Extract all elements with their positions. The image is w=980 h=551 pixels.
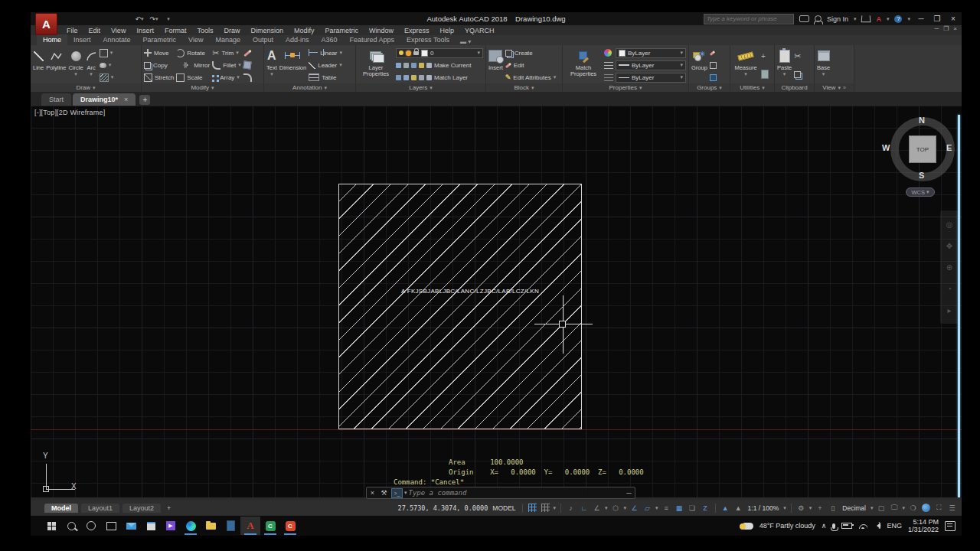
polyline-button[interactable]: Polyline [46, 47, 66, 83]
vertical-scrollbar[interactable] [958, 115, 960, 497]
fillet-button[interactable]: Fillet▾ [212, 60, 240, 70]
help-icon[interactable]: ? [894, 15, 902, 23]
mirror-button[interactable]: Mirror [176, 60, 210, 70]
leader-button[interactable]: Leader▾ [309, 60, 342, 70]
sign-in-dropdown-icon[interactable]: ▾ [854, 16, 857, 22]
graphics-dropdown-icon[interactable]: ▾ [902, 505, 905, 511]
doc-restore-button[interactable]: ❐ [943, 25, 949, 32]
camtasia-capture-button[interactable]: C [260, 517, 280, 535]
print-button[interactable] [119, 14, 130, 24]
battery-icon[interactable] [841, 523, 852, 529]
tab-manage[interactable]: Manage [209, 34, 247, 45]
model-space-button[interactable]: MODEL [491, 504, 517, 512]
panel-overflow-icon[interactable]: » [843, 85, 846, 90]
ortho-toggle[interactable]: ∟ [579, 503, 589, 513]
menu-yqarch[interactable]: YQARCH [459, 25, 500, 35]
group-button[interactable]: ✳ Group [691, 47, 707, 83]
viewcube-east[interactable]: E [946, 143, 952, 152]
tab-featured-apps[interactable]: Featured Apps [344, 34, 401, 45]
undo-button[interactable]: ↶▾ [134, 14, 145, 24]
array-button[interactable]: Array▾ [212, 73, 240, 83]
open-file-button[interactable] [76, 14, 87, 24]
viewcube-south[interactable]: S [919, 171, 924, 180]
panel-utilities-label[interactable]: Utilities▾ [730, 83, 774, 92]
base-button[interactable]: Base ▾ [817, 47, 830, 83]
application-menu-button[interactable]: A [35, 13, 57, 35]
orbit-icon[interactable]: ◔ [947, 285, 952, 293]
scale-dropdown-icon[interactable]: ▾ [783, 505, 786, 511]
units-icon[interactable]: ▯ [828, 503, 838, 513]
autocad-taskbar-button[interactable]: A [240, 517, 260, 535]
cut-button[interactable]: ✂ [794, 51, 801, 61]
units-dropdown-icon[interactable]: ▾ [871, 505, 874, 511]
clock[interactable]: 5:14 PM 1/31/2022 [908, 518, 939, 533]
copy-button[interactable]: Copy [144, 60, 174, 70]
command-close-icon[interactable]: × [367, 489, 378, 497]
table-button[interactable]: Table [309, 73, 342, 83]
edit-block-button[interactable]: Edit [505, 60, 556, 70]
viewcube-west[interactable]: W [882, 143, 890, 152]
volume-icon[interactable] [874, 523, 880, 529]
scale-button[interactable]: Scale [176, 73, 210, 83]
file-tab-close-icon[interactable]: × [124, 96, 128, 103]
camtasia-button[interactable]: C [280, 517, 300, 535]
snap-dropdown-icon[interactable]: ▾ [554, 505, 557, 511]
showmotion-icon[interactable]: ▸ [947, 306, 951, 315]
group-edit-button[interactable] [710, 60, 717, 70]
erase-button[interactable] [243, 48, 252, 58]
id-point-button[interactable]: + [761, 51, 769, 61]
linetype-list-button[interactable] [604, 73, 613, 83]
tab-model[interactable]: Model [44, 504, 78, 513]
doc-minimize-button[interactable]: ─ [934, 25, 939, 32]
command-bar[interactable]: × ⚒ >_ ▾ ─ [366, 487, 635, 499]
isolate-objects-button[interactable]: ❍ [908, 503, 918, 513]
new-layout-button[interactable]: + [164, 504, 174, 512]
customization-menu-button[interactable]: ☰ [947, 503, 957, 513]
tab-parametric[interactable]: Parametric [137, 34, 183, 45]
paste-button[interactable]: Paste ▾ [777, 47, 792, 83]
restore-button[interactable]: ❐ [932, 15, 942, 23]
tab-add-ins[interactable]: Add-ins [279, 34, 315, 45]
new-file-button[interactable] [61, 14, 72, 24]
isodraft-dropdown-icon[interactable]: ▾ [624, 505, 627, 511]
copy-clip-button[interactable] [794, 70, 801, 80]
cortana-button[interactable] [81, 517, 101, 535]
zoom-icon[interactable]: ⊕ [946, 263, 952, 272]
drawing-canvas[interactable]: [-][Top][2D Wireframe] A FKJSBJABLJBC/LA… [31, 106, 962, 497]
tab-layout2[interactable]: Layout2 [122, 504, 161, 513]
object-snap-tracking-toggle[interactable]: ∠ [629, 503, 639, 513]
task-view-button[interactable] [101, 517, 121, 535]
start-button[interactable] [41, 517, 61, 535]
quick-calc-button[interactable] [761, 70, 769, 80]
units-button[interactable]: Decimal [841, 504, 867, 512]
paste-dropdown-icon[interactable]: ▾ [783, 71, 786, 77]
panel-clipboard-label[interactable]: Clipboard [775, 83, 814, 92]
search-icon[interactable] [799, 15, 809, 22]
microphone-icon[interactable] [832, 523, 835, 529]
workspace-gear-button[interactable]: ⚙ [796, 503, 806, 513]
measure-button[interactable]: Measure ▾ [733, 47, 759, 83]
offset-button[interactable] [243, 73, 252, 83]
tab-express-tools[interactable]: Express Tools [400, 34, 456, 45]
polar-tracking-toggle[interactable]: ∠ [592, 503, 602, 513]
command-customize-icon[interactable]: ⚒ [378, 489, 390, 497]
ellipse-button[interactable]: ▾ [100, 60, 114, 70]
command-grip-icon[interactable]: ─ [623, 489, 635, 497]
store-cart-icon[interactable] [861, 15, 871, 22]
clean-screen-button[interactable]: ⛶ [934, 503, 944, 513]
panel-modify-label[interactable]: Modify▾ [142, 83, 263, 92]
panel-view-label[interactable]: View▾» [815, 83, 854, 92]
autoscale-toggle[interactable]: ▲ [733, 503, 743, 513]
calculator-button[interactable] [220, 517, 240, 535]
object-color-dropdown[interactable]: ByLayer ▾ [616, 48, 686, 58]
save-button[interactable] [90, 14, 101, 24]
viewport-controls[interactable]: [-][Top][2D Wireframe] [34, 109, 105, 116]
taskbar-search-button[interactable] [61, 517, 81, 535]
line-button[interactable]: Line [33, 47, 44, 83]
hatched-rectangle[interactable] [338, 184, 582, 429]
wifi-icon[interactable] [858, 523, 867, 529]
tab-layout1[interactable]: Layout1 [81, 504, 119, 513]
panel-layers-label[interactable]: Layers▾ [356, 83, 485, 92]
lineweight-dropdown[interactable]: ByLayer ▾ [616, 60, 686, 70]
sign-in-link[interactable]: Sign In [827, 15, 848, 23]
